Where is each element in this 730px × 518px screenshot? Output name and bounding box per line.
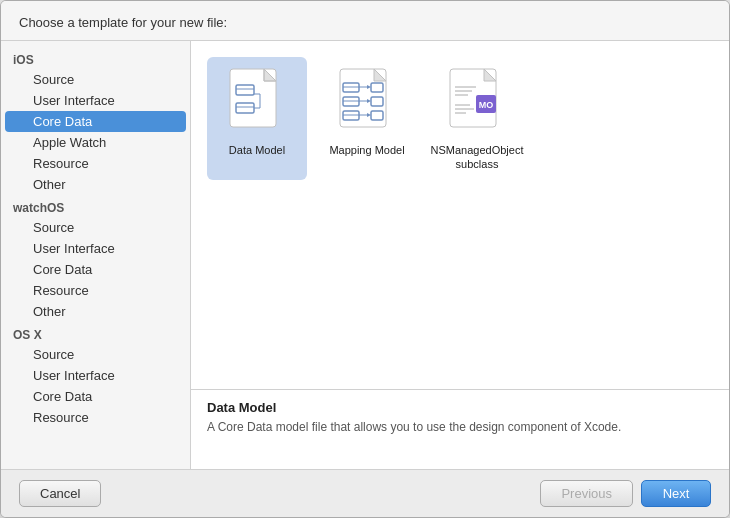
template-grid: Data Model bbox=[191, 41, 729, 389]
dialog-body: iOS Source User Interface Core Data Appl… bbox=[1, 41, 729, 469]
sidebar-section-ios: iOS bbox=[1, 47, 190, 69]
next-button[interactable]: Next bbox=[641, 480, 711, 507]
sidebar-item-watch-other[interactable]: Other bbox=[5, 301, 186, 322]
sidebar-item-ios-coredata[interactable]: Core Data bbox=[5, 111, 186, 132]
sidebar-item-osx-source[interactable]: Source bbox=[5, 344, 186, 365]
nsmanagedobject-icon: MO bbox=[445, 65, 509, 137]
main-dialog: Choose a template for your new file: iOS… bbox=[0, 0, 730, 518]
sidebar-item-osx-resource[interactable]: Resource bbox=[5, 407, 186, 428]
dialog-footer: Cancel Previous Next bbox=[1, 469, 729, 517]
sidebar-item-ios-resource[interactable]: Resource bbox=[5, 153, 186, 174]
template-item-nsmanagedobject[interactable]: MO NSManagedObject subclass bbox=[427, 57, 527, 180]
template-label-nsmanagedobject: NSManagedObject subclass bbox=[431, 143, 524, 172]
sidebar-item-ios-ui[interactable]: User Interface bbox=[5, 90, 186, 111]
sidebar-item-osx-ui[interactable]: User Interface bbox=[5, 365, 186, 386]
sidebar-item-ios-other[interactable]: Other bbox=[5, 174, 186, 195]
data-model-icon bbox=[225, 65, 289, 137]
sidebar: iOS Source User Interface Core Data Appl… bbox=[1, 41, 191, 469]
mapping-model-icon bbox=[335, 65, 399, 137]
sidebar-section-watchos: watchOS bbox=[1, 195, 190, 217]
dialog-title: Choose a template for your new file: bbox=[1, 1, 729, 41]
description-title: Data Model bbox=[207, 400, 713, 415]
template-item-mapping-model[interactable]: Mapping Model bbox=[317, 57, 417, 180]
sidebar-item-watch-source[interactable]: Source bbox=[5, 217, 186, 238]
template-label-data-model: Data Model bbox=[229, 143, 285, 157]
sidebar-item-ios-applewatch[interactable]: Apple Watch bbox=[5, 132, 186, 153]
description-area: Data Model A Core Data model file that a… bbox=[191, 389, 729, 469]
sidebar-item-ios-source[interactable]: Source bbox=[5, 69, 186, 90]
description-text: A Core Data model file that allows you t… bbox=[207, 419, 713, 436]
cancel-button[interactable]: Cancel bbox=[19, 480, 101, 507]
previous-button[interactable]: Previous bbox=[540, 480, 633, 507]
svg-text:MO: MO bbox=[479, 100, 494, 110]
template-item-data-model[interactable]: Data Model bbox=[207, 57, 307, 180]
nav-button-group: Previous Next bbox=[540, 480, 711, 507]
sidebar-item-watch-resource[interactable]: Resource bbox=[5, 280, 186, 301]
sidebar-section-osx: OS X bbox=[1, 322, 190, 344]
sidebar-item-watch-coredata[interactable]: Core Data bbox=[5, 259, 186, 280]
template-label-mapping-model: Mapping Model bbox=[329, 143, 404, 157]
content-area: Data Model bbox=[191, 41, 729, 469]
sidebar-item-watch-ui[interactable]: User Interface bbox=[5, 238, 186, 259]
sidebar-item-osx-coredata[interactable]: Core Data bbox=[5, 386, 186, 407]
